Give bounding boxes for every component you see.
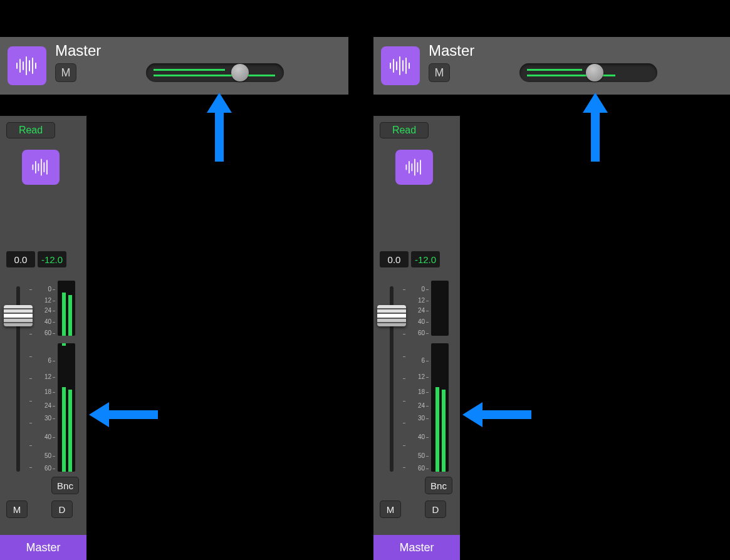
post-meter	[431, 343, 449, 472]
channel-name[interactable]: Master	[373, 535, 460, 560]
post-meter	[58, 343, 75, 472]
mute-button[interactable]: M	[55, 63, 76, 82]
peak-value[interactable]: -12.0	[38, 251, 66, 267]
track-header-left: Master M	[0, 37, 348, 95]
gain-value[interactable]: 0.0	[380, 251, 409, 267]
track-title: Master	[55, 42, 101, 60]
channel-strip-right: Read 0.0 -12.0 0 12 24 40 60 6 12 18 2	[373, 116, 460, 560]
arrow-up-icon	[583, 93, 608, 162]
level-readout: 0.0 -12.0	[380, 251, 440, 267]
arrow-left-icon	[89, 402, 158, 427]
fader-thumb[interactable]	[4, 305, 33, 326]
pre-meter	[58, 281, 75, 336]
bounce-button[interactable]: Bnc	[425, 477, 452, 494]
mute-button[interactable]: M	[429, 63, 450, 82]
pre-meter	[431, 281, 449, 336]
track-title: Master	[429, 42, 474, 60]
arrow-up-icon	[207, 93, 232, 162]
channel-strip-left: Read 0.0 -12.0 0 12 24 40 60 6 12 18 2	[0, 116, 86, 560]
volume-slider[interactable]	[519, 63, 657, 82]
automation-read-button[interactable]: Read	[380, 122, 429, 138]
mute-button[interactable]: M	[6, 500, 28, 518]
automation-read-button[interactable]: Read	[6, 122, 55, 138]
channel-name[interactable]: Master	[0, 535, 86, 560]
track-header-right: Master M	[373, 37, 730, 95]
level-readout: 0.0 -12.0	[6, 251, 66, 267]
bounce-button[interactable]: Bnc	[51, 477, 79, 494]
audio-icon	[381, 46, 420, 85]
dim-button[interactable]: D	[51, 500, 73, 518]
audio-icon	[395, 150, 433, 185]
audio-icon	[8, 46, 46, 85]
gain-value[interactable]: 0.0	[6, 251, 35, 267]
arrow-left-icon	[462, 402, 531, 427]
dim-button[interactable]: D	[425, 500, 446, 518]
mute-button[interactable]: M	[380, 500, 401, 518]
volume-slider[interactable]	[146, 63, 284, 82]
fader-thumb[interactable]	[377, 305, 406, 326]
peak-value[interactable]: -12.0	[411, 251, 440, 267]
audio-icon	[22, 150, 60, 185]
